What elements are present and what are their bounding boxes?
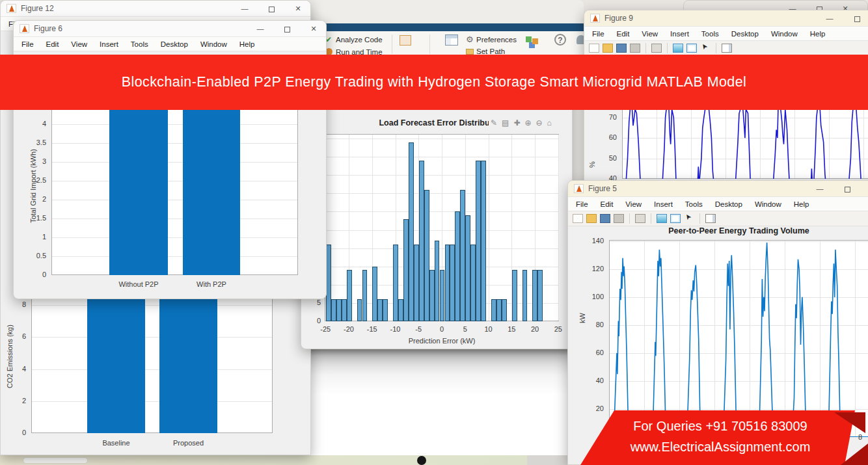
gridline [558, 135, 559, 321]
brush-icon[interactable]: ✎ [491, 118, 497, 127]
analyze-code-button[interactable]: Analyze Code [336, 36, 383, 44]
gridline [325, 175, 558, 176]
gridline [325, 248, 558, 249]
home-icon[interactable]: ⌂ [547, 118, 552, 127]
histogram-bin [450, 245, 455, 321]
y-tick-label: 0 [4, 429, 26, 436]
bar-without-p2p [109, 99, 168, 275]
zoom-in-icon[interactable]: ⊕ [524, 118, 531, 127]
gridline [325, 157, 558, 157]
histogram-bin [419, 161, 424, 321]
y-tick-label: 40 [586, 377, 604, 384]
gridline [325, 139, 558, 139]
histogram-bin [460, 190, 465, 321]
gear-icon: ⚙ [466, 34, 474, 44]
histogram-bin [424, 190, 429, 321]
x-tick-label: 25 [549, 325, 568, 333]
y-tick-label: 0.5 [24, 252, 46, 259]
x-tick-label: -20 [339, 325, 359, 333]
histogram-bin [512, 270, 517, 321]
gridline [489, 135, 489, 321]
folder-icon [466, 49, 474, 55]
screen: — ✕ ✔ Analyze Code Run and Time ⚙ Prefer… [0, 0, 868, 465]
histogram-bin [522, 270, 528, 321]
deploy-icon[interactable] [400, 35, 411, 46]
y-tick-label: 0 [304, 317, 321, 325]
histogram-bin [455, 211, 460, 321]
y-tick-label: 60 [599, 133, 617, 141]
y-tick-label: 140 [586, 237, 604, 245]
gridline [52, 219, 297, 219]
chart-title: Peer-to-Peer Energy Trading Volume [635, 226, 843, 235]
histogram-bin [377, 299, 383, 321]
histogram-bin [476, 161, 481, 321]
histogram-bin [383, 299, 388, 321]
histogram-bin [372, 267, 377, 321]
x-tick-label: 0 [432, 325, 452, 333]
histogram-bin [470, 245, 476, 321]
gridline [325, 211, 558, 212]
matlab-titlebar[interactable] [301, 23, 584, 31]
histogram-bin [481, 161, 486, 321]
top-title-banner: Blockchain-Enabled P2P Energy Trading wi… [0, 55, 868, 110]
histogram-bin [393, 245, 398, 321]
histogram-bin [403, 219, 409, 321]
gridline [52, 162, 297, 163]
histogram-bin [502, 299, 507, 321]
x-tick-label: -25 [316, 325, 335, 333]
histogram-bin [491, 299, 496, 321]
x-tick-label: -5 [409, 325, 428, 333]
histogram-bin [347, 270, 352, 321]
histogram-bin [362, 270, 368, 321]
histogram-bin [409, 142, 414, 321]
bar-baseline [87, 281, 145, 433]
histogram-bin [532, 270, 537, 321]
histogram-bin [465, 215, 470, 321]
y-tick-label: 60 [586, 349, 604, 356]
x-tick-label: 10 [479, 325, 498, 333]
y-tick-label: 50 [599, 154, 617, 162]
histogram-bin [336, 299, 342, 321]
gridline [325, 193, 558, 194]
histogram-bin [435, 241, 440, 321]
taskbar-search-button[interactable] [23, 457, 88, 464]
layout-grid-icon[interactable] [445, 34, 458, 46]
histogram-bin [496, 299, 502, 321]
histogram-bin [414, 245, 419, 321]
y-tick-label: 70 [599, 113, 617, 121]
matlab-toolbar: ✔ Analyze Code Run and Time ⚙ Preference… [301, 31, 584, 57]
histogram-bin [429, 270, 435, 321]
histogram-bin [537, 270, 543, 321]
toolbar-separator [429, 34, 430, 54]
x-category-label: Baseline [77, 439, 156, 447]
gridline [52, 124, 297, 125]
taskbar-app-icon[interactable] [417, 456, 426, 465]
x-category-label: Proposed [150, 439, 228, 447]
x-tick-label: -10 [386, 325, 405, 333]
gridline [52, 237, 297, 238]
x-tick-label: -15 [362, 325, 382, 333]
preferences-button[interactable]: Preferences [476, 36, 517, 44]
axes-toolbar[interactable]: ✎▤✚⊕⊖⌂ [489, 118, 554, 128]
datatip-icon[interactable]: ▤ [502, 118, 509, 127]
pan-icon[interactable]: ✚ [513, 118, 520, 127]
help-icon[interactable]: ? [554, 34, 566, 46]
x-tick-label: 20 [525, 325, 545, 333]
bottom-contact-banner: For Queries +91 70516 83009 www.Electric… [573, 407, 868, 465]
gridline [325, 267, 558, 267]
histogram-bin [440, 270, 445, 321]
bar-with-p2p [183, 99, 240, 275]
gridline [325, 230, 558, 231]
gridline [32, 337, 272, 338]
y-tick-label: 0 [24, 271, 46, 278]
addons-cubes-icon[interactable] [526, 36, 532, 42]
histogram-bin [445, 245, 450, 321]
histogram-bin [398, 299, 403, 321]
gridline [52, 143, 297, 144]
zoom-out-icon[interactable]: ⊖ [536, 118, 543, 127]
fig9-percent-profile-line [622, 98, 868, 179]
gridline [32, 369, 272, 370]
banner-website-line[interactable]: www.ElectricalAssignment.com [573, 440, 868, 455]
y-tick-label: 100 [586, 293, 604, 300]
y-tick-label: 80 [586, 321, 604, 328]
